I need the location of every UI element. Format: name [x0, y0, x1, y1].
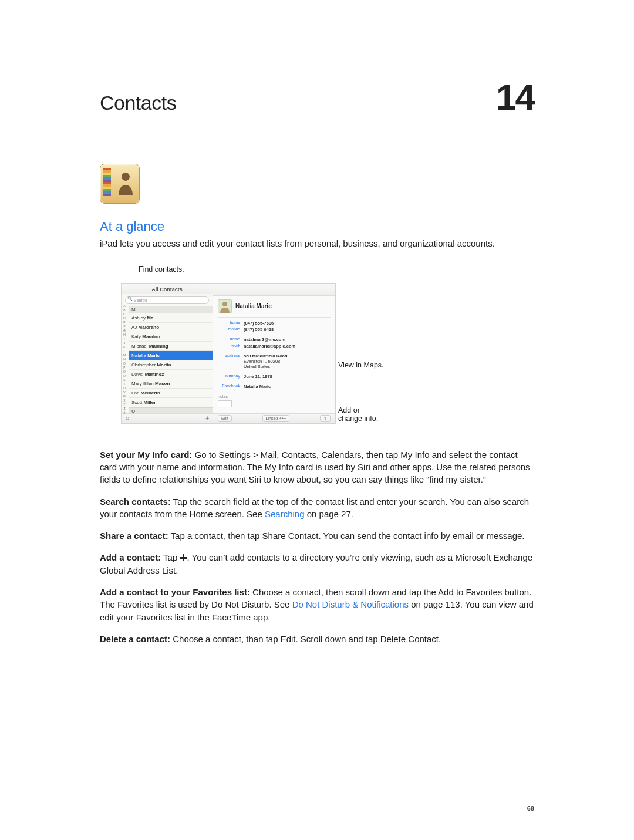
index-letter[interactable]: A	[123, 304, 125, 308]
paragraph-my-info: Set your My Info card: Go to Settings > …	[100, 448, 534, 486]
list-item[interactable]: David Martinez	[129, 370, 213, 379]
alphabet-index[interactable]: ABCDEFGHIJKLMNOPQRSTUVWXYZ#	[122, 303, 127, 423]
index-letter[interactable]: S	[123, 378, 125, 382]
index-letter[interactable]: Y	[123, 403, 125, 406]
index-letter[interactable]: X	[123, 399, 125, 402]
share-button[interactable]: ⇧	[320, 415, 331, 422]
contacts-list-panel: All Contacts Search ABCDEFGHIJKLMNOPQRST…	[122, 284, 213, 423]
list-item[interactable]: Christopher Martin	[129, 360, 213, 370]
detail-field[interactable]: birthdayJune 11, 1978	[218, 373, 331, 380]
index-letter[interactable]: V	[123, 390, 125, 394]
detail-field[interactable]: worknataliamaric@apple.com	[218, 343, 331, 349]
link-searching[interactable]: Searching	[265, 509, 305, 519]
screenshot-figure: Find contacts. All Contacts Search ABCDE…	[100, 265, 534, 431]
paragraph-add: Add a contact: Tap . You can’t add conta…	[100, 551, 534, 576]
index-letter[interactable]: L	[124, 349, 126, 353]
index-letter[interactable]: C	[123, 312, 126, 316]
svg-point-0	[222, 302, 227, 306]
section-heading: At a glance	[100, 219, 534, 234]
index-letter[interactable]: D	[123, 316, 126, 320]
search-input[interactable]: Search	[125, 296, 209, 304]
chapter-title: Contacts	[100, 92, 176, 114]
detail-field[interactable]: mobile(847) 555-0418	[218, 326, 331, 333]
paragraph-share: Share a contact: Tap a contact, then tap…	[100, 529, 534, 542]
list-item[interactable]: Ashley Ma	[129, 313, 213, 323]
list-section-header: O	[129, 407, 213, 413]
list-item[interactable]: Mary Ellen Mason	[129, 379, 213, 389]
index-letter[interactable]: K	[123, 345, 125, 349]
paragraph-favorites: Add a contact to your Favorites list: Ch…	[100, 586, 534, 623]
notes-field[interactable]	[218, 400, 232, 407]
list-item[interactable]: Lori Meinerth	[129, 389, 213, 398]
detail-field[interactable]: home(847) 555-7636	[218, 320, 331, 326]
index-letter[interactable]: P	[123, 366, 125, 369]
index-letter[interactable]: H	[123, 333, 126, 336]
paragraph-search: Search contacts: Tap the search field at…	[100, 495, 534, 521]
detail-field[interactable]: FacebookNatalia Maric	[218, 383, 331, 390]
index-letter[interactable]: W	[123, 394, 126, 398]
paragraph-delete: Delete a contact: Choose a contact, than…	[100, 633, 534, 645]
index-letter[interactable]: M	[123, 353, 126, 357]
callout-add-change-info: Add or change info.	[338, 406, 378, 423]
notes-label: notes	[218, 394, 331, 399]
callout-view-in-maps: View in Maps.	[338, 361, 384, 369]
avatar	[218, 299, 232, 313]
index-letter[interactable]: #	[124, 411, 126, 414]
index-letter[interactable]: R	[123, 374, 126, 377]
list-item[interactable]: Michael Manning	[129, 342, 213, 351]
index-letter[interactable]: J	[124, 341, 126, 345]
index-letter[interactable]: O	[123, 362, 126, 365]
list-item[interactable]: AJ Maiorano	[129, 323, 213, 332]
plus-icon	[180, 554, 187, 561]
index-letter[interactable]: I	[124, 337, 124, 340]
linked-button[interactable]: Linked +++	[262, 415, 290, 422]
list-item[interactable]: Katy Mandon	[129, 332, 213, 342]
list-item[interactable]: Scott Miller	[129, 398, 213, 407]
index-letter[interactable]: U	[123, 386, 126, 390]
detail-field[interactable]: homenatalmar3@me.com	[218, 336, 331, 343]
index-letter[interactable]: Z	[123, 407, 125, 410]
contact-name: Natalia Maric	[235, 303, 272, 309]
contacts-app-icon	[100, 164, 140, 204]
index-letter[interactable]: F	[123, 325, 125, 328]
chapter-header: Contacts 14	[100, 76, 534, 118]
contacts-screenshot: All Contacts Search ABCDEFGHIJKLMNOPQRST…	[121, 283, 336, 424]
contact-detail-panel: Natalia Maric home(847) 555-7636mobile(8…	[213, 284, 335, 423]
link-dnd-notifications[interactable]: Do Not Disturb & Notifications	[292, 599, 409, 609]
edit-button[interactable]: Edit	[218, 415, 232, 422]
index-letter[interactable]: N	[123, 357, 126, 361]
contacts-list-title: All Contacts	[122, 284, 213, 294]
index-letter[interactable]: Q	[123, 370, 126, 373]
index-letter[interactable]: B	[123, 308, 125, 312]
page-number: 68	[527, 805, 534, 812]
callout-find-contacts: Find contacts.	[136, 265, 184, 274]
detail-field[interactable]: address568 Middlefield RoadEvanston IL 6…	[218, 353, 331, 370]
index-letter[interactable]: T	[123, 382, 125, 386]
index-letter[interactable]: E	[123, 321, 125, 324]
add-contact-button[interactable]: +	[205, 415, 209, 421]
chapter-number: 14	[496, 76, 534, 118]
index-letter[interactable]: G	[123, 329, 126, 332]
list-item[interactable]: Natalia Maric	[129, 351, 213, 360]
list-section-header: M	[129, 306, 213, 313]
intro-paragraph: iPad lets you access and edit your conta…	[100, 238, 534, 250]
